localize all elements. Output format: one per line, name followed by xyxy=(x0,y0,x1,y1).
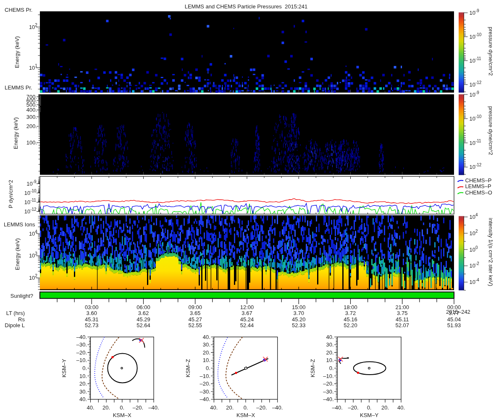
svg-text:Sunlight?: Sunlight? xyxy=(10,293,33,299)
svg-text:intensity 1/(s cm^2 ster keV): intensity 1/(s cm^2 ster keV) xyxy=(488,218,494,286)
svg-text:LEMMS Pr.: LEMMS Pr. xyxy=(5,84,32,91)
svg-text:KSM–Z: KSM–Z xyxy=(185,359,191,377)
svg-text:0.: 0. xyxy=(244,404,248,411)
svg-text:–20.: –20. xyxy=(76,349,87,356)
svg-text:KSM–X: KSM–X xyxy=(236,412,255,418)
svg-text:–20.: –20. xyxy=(133,404,143,411)
svg-text:–30.: –30. xyxy=(200,388,210,395)
svg-text:40.: 40. xyxy=(326,334,334,340)
svg-text:–40.: –40. xyxy=(332,404,342,411)
svg-text:3.70: 3.70 xyxy=(294,310,304,316)
svg-text:30.: 30. xyxy=(203,341,210,348)
svg-text:09:00: 09:00 xyxy=(188,304,202,310)
svg-text:40.: 40. xyxy=(210,404,218,411)
svg-text:–40.: –40. xyxy=(200,396,210,402)
svg-text:–10.: –10. xyxy=(323,373,333,379)
svg-text:20.: 20. xyxy=(102,404,110,411)
svg-text:–30.: –30. xyxy=(76,341,87,348)
svg-text:–10.: –10. xyxy=(76,357,87,363)
svg-text:3.75: 3.75 xyxy=(397,310,407,316)
svg-text:3.65: 3.65 xyxy=(190,310,200,316)
svg-text:3.60: 3.60 xyxy=(87,310,97,316)
svg-text:45.16: 45.16 xyxy=(344,316,357,323)
svg-text:0.: 0. xyxy=(120,404,124,411)
svg-text:CHEMS–P: CHEMS–P xyxy=(465,177,492,184)
svg-text:03:00: 03:00 xyxy=(85,304,99,310)
svg-text:52.73: 52.73 xyxy=(85,322,99,328)
svg-text:KSM–Z: KSM–Z xyxy=(310,359,316,377)
svg-text:Rs: Rs xyxy=(18,316,25,323)
svg-text:Energy (keV): Energy (keV) xyxy=(13,117,19,149)
svg-text:20.: 20. xyxy=(326,349,334,356)
svg-text:52.64: 52.64 xyxy=(136,322,150,328)
svg-text:40.: 40. xyxy=(203,334,210,340)
svg-text:40.: 40. xyxy=(79,396,87,402)
svg-text:3.62: 3.62 xyxy=(138,310,149,316)
svg-text:400.: 400. xyxy=(26,107,37,113)
svg-text:10.: 10. xyxy=(79,373,87,379)
svg-text:–20.: –20. xyxy=(256,404,267,411)
svg-text:–20.: –20. xyxy=(348,404,358,411)
svg-text:–30.: –30. xyxy=(323,388,333,395)
svg-text:pressure dyne/cm^2: pressure dyne/cm^2 xyxy=(488,27,494,76)
svg-text:45.04: 45.04 xyxy=(447,316,461,323)
svg-text:06:00: 06:00 xyxy=(136,304,150,310)
svg-text:52.44: 52.44 xyxy=(240,322,254,328)
svg-text:0.: 0. xyxy=(206,365,210,371)
svg-text:–40.: –40. xyxy=(148,404,159,411)
svg-text:45.24: 45.24 xyxy=(240,316,254,323)
svg-text:20.: 20. xyxy=(203,349,210,356)
svg-text:52.20: 52.20 xyxy=(344,322,357,328)
svg-text:P dyn/cm^2: P dyn/cm^2 xyxy=(8,180,14,208)
svg-text:CHEMS Pr.: CHEMS Pr. xyxy=(5,7,32,13)
svg-text:10.: 10. xyxy=(203,357,210,363)
svg-text:18:00: 18:00 xyxy=(344,304,357,310)
svg-text:300.: 300. xyxy=(26,114,37,120)
svg-text:51.93: 51.93 xyxy=(447,322,461,328)
svg-text:20.: 20. xyxy=(79,381,87,387)
svg-text:2015–242: 2015–242 xyxy=(446,309,470,315)
svg-text:45.31: 45.31 xyxy=(85,316,99,323)
svg-text:KSM–Y: KSM–Y xyxy=(360,412,378,418)
svg-text:pressure dyne/cm^2: pressure dyne/cm^2 xyxy=(488,106,494,155)
svg-text:–40.: –40. xyxy=(76,334,87,340)
svg-text:20.: 20. xyxy=(381,404,389,411)
svg-text:10.: 10. xyxy=(326,357,334,363)
svg-text:Energy (keV): Energy (keV) xyxy=(14,238,21,270)
svg-text:0.: 0. xyxy=(329,365,334,371)
svg-text:KSM–Y: KSM–Y xyxy=(61,359,67,377)
svg-text:30.: 30. xyxy=(326,341,334,348)
svg-text:LEMMS–P: LEMMS–P xyxy=(465,183,491,189)
svg-text:–20.: –20. xyxy=(323,381,333,387)
svg-text:40.: 40. xyxy=(397,404,405,411)
svg-text:12:00: 12:00 xyxy=(240,304,254,310)
svg-text:45.27: 45.27 xyxy=(188,316,202,323)
svg-text:KSM–X: KSM–X xyxy=(113,412,131,418)
svg-text:100.: 100. xyxy=(26,139,37,146)
svg-text:15:00: 15:00 xyxy=(292,304,306,310)
svg-text:0.: 0. xyxy=(367,404,372,411)
svg-text:–20.: –20. xyxy=(200,381,210,387)
svg-text:20.: 20. xyxy=(226,404,234,411)
svg-text:CHEMS–O: CHEMS–O xyxy=(465,189,492,196)
svg-text:40.: 40. xyxy=(87,404,94,411)
svg-text:52.33: 52.33 xyxy=(292,322,306,328)
svg-text:200.: 200. xyxy=(26,123,37,129)
svg-text:–40.: –40. xyxy=(323,396,333,402)
svg-text:Dipole L: Dipole L xyxy=(5,322,25,328)
svg-text:21:00: 21:00 xyxy=(395,304,409,310)
svg-text:LEMMS and CHEMS Particle Press: LEMMS and CHEMS Particle Pressures 2015:… xyxy=(185,3,308,10)
svg-text:45.11: 45.11 xyxy=(396,316,409,323)
svg-text:30.: 30. xyxy=(79,388,87,395)
svg-text:45.20: 45.20 xyxy=(292,316,306,323)
svg-text:–10.: –10. xyxy=(200,373,210,379)
svg-text:LEMMS Ions: LEMMS Ions xyxy=(4,221,35,228)
svg-text:52.07: 52.07 xyxy=(395,322,409,328)
svg-text:52.55: 52.55 xyxy=(188,322,202,328)
svg-text:3.72: 3.72 xyxy=(345,310,356,316)
svg-text:Energy (keV): Energy (keV) xyxy=(14,36,20,68)
svg-text:LT (hrs): LT (hrs) xyxy=(6,310,25,316)
svg-text:0.: 0. xyxy=(82,365,87,371)
svg-text:3.67: 3.67 xyxy=(242,310,252,316)
svg-text:–40.: –40. xyxy=(272,404,283,411)
